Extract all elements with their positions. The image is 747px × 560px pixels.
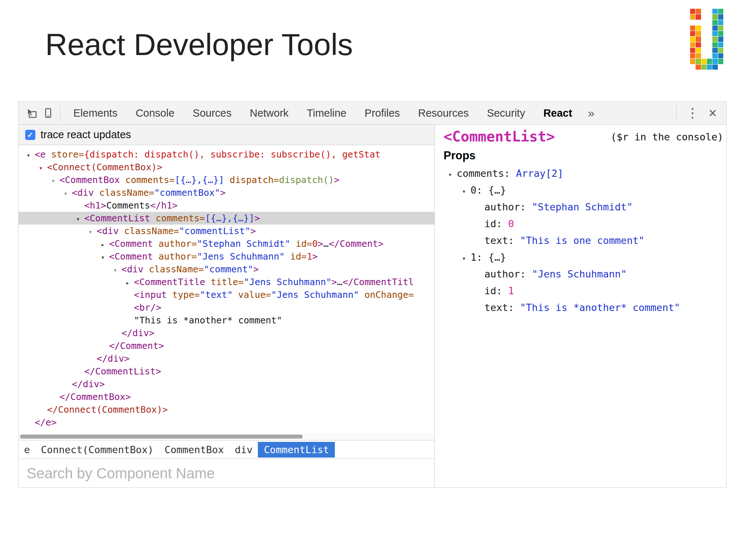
props-row[interactable]: author: "Stephan Schmidt" [435,199,726,215]
device-toolbar-icon[interactable] [40,105,57,121]
code-segment: … [337,277,342,287]
tree-row[interactable]: <input type="text" value="Jens Schuhmann… [19,288,434,301]
tab-elements[interactable]: Elements [64,102,127,124]
close-icon[interactable]: × [705,105,723,121]
tree-row[interactable]: "This is *another* comment" [19,314,434,327]
code-segment: text: [484,235,520,246]
disclosure-expanded-icon[interactable]: ▾ [97,251,109,264]
disclosure-expanded-icon[interactable]: ▾ [47,174,59,187]
tree-row[interactable]: <br/> [19,301,434,314]
tree-row[interactable]: </div> [19,327,434,339]
breadcrumb-item[interactable]: e [19,444,35,455]
code-segment: 1 [508,285,514,296]
code-segment: {dispatch: dispatch(), subscribe: subscr… [84,149,380,160]
code-segment: dispatch() [279,175,334,185]
tree-row[interactable]: </CommentBox> [19,390,434,403]
disclosure-expanded-icon[interactable]: ▾ [444,166,457,183]
code-segment: author= [153,251,197,262]
code-segment: className= [143,264,204,275]
props-row[interactable]: id: 0 [435,215,726,232]
code-segment: </div> [97,353,129,364]
code-segment: value= [233,289,271,300]
disclosure-expanded-icon[interactable]: ▾ [109,264,121,276]
props-row[interactable]: ▾0: {…} [435,182,726,199]
code-segment: "This is *another* comment" [520,302,680,313]
code-segment: [{…},{…}] [175,175,224,185]
tree-row[interactable]: ▾<div className="comment"> [19,263,434,276]
code-segment: className= [94,187,154,198]
code-segment: </div> [72,379,105,389]
tree-row[interactable]: <h1>Comments</h1> [19,199,434,212]
tab-timeline[interactable]: Timeline [298,102,356,124]
devtools-menu-icon[interactable]: ⋮ [680,105,705,121]
tree-row[interactable]: </Comment> [19,339,434,352]
props-row[interactable]: ▾comments: Array[2] [435,165,726,182]
code-segment: <br/> [134,302,161,313]
tab-console[interactable]: Console [127,102,183,124]
tree-row[interactable]: ▾<e store={dispatch: dispatch(), subscri… [19,148,434,161]
code-segment: "commentList" [179,226,251,236]
tab-react[interactable]: React [534,102,581,124]
trace-react-updates-checkbox[interactable]: ✓ [25,130,35,140]
tree-row[interactable]: </e> [19,416,434,429]
tab-resources[interactable]: Resources [409,102,478,124]
code-segment: title= [205,277,244,287]
code-segment: "comment" [204,264,253,275]
tab-network[interactable]: Network [241,102,298,124]
inspect-element-icon[interactable] [23,105,40,121]
code-segment: "Jens Schuhmann" [271,289,359,300]
props-row[interactable]: text: "This is *another* comment" [435,299,726,316]
disclosure-expanded-icon[interactable]: ▾ [59,187,72,200]
devtools-toolbar: ElementsConsoleSourcesNetworkTimelinePro… [19,102,726,125]
disclosure-expanded-icon[interactable]: ▾ [457,250,471,267]
overflow-tabs-chevron-icon[interactable]: » [581,106,601,120]
devtools-body: ✓ trace react updates ▾<e store={dispatc… [19,125,726,487]
tree-row[interactable]: ▾<div className="commentBox"> [19,186,434,199]
console-hint: ($r in the console) [611,128,726,143]
code-segment: > [250,226,256,236]
code-segment: > [318,238,323,249]
disclosure-collapsed-icon[interactable]: ▸ [97,238,109,251]
tree-row[interactable]: </CommentList> [19,365,434,378]
code-segment: id= [285,251,307,262]
toolbar-separator [60,106,61,120]
code-segment: > [332,277,337,287]
tab-profiles[interactable]: Profiles [356,102,409,124]
props-row[interactable]: id: 1 [435,283,726,299]
breadcrumb-item[interactable]: div [229,444,258,455]
disclosure-expanded-icon[interactable]: ▾ [84,225,97,238]
tree-row[interactable]: ▸<CommentTitle title="Jens Schuhmann">…<… [19,276,434,288]
props-row[interactable]: ▾1: {…} [435,249,726,266]
code-segment: <input [134,289,167,300]
props-row[interactable]: author: "Jens Schuhmann" [435,266,726,283]
tree-row[interactable]: ▾<Comment author="Jens Schuhmann" id=1> [19,250,434,263]
props-row[interactable]: text: "This is one comment" [435,232,726,249]
tree-row[interactable]: ▾<div className="commentList"> [19,225,434,237]
code-segment: id= [290,238,312,249]
disclosure-expanded-icon[interactable]: ▾ [22,149,35,162]
disclosure-expanded-icon[interactable]: ▾ [72,213,84,225]
disclosure-expanded-icon[interactable]: ▾ [457,183,471,200]
breadcrumb-item[interactable]: Connect(CommentBox) [35,444,159,455]
selected-component-tag: <CommentList> [435,128,555,145]
tree-row[interactable]: ▸<Comment author="Stephan Schmidt" id=0>… [19,237,434,250]
tree-row[interactable]: ▾<CommentBox comments=[{…},{…}] dispatch… [19,174,434,186]
props-section-title: Props [435,145,726,165]
tree-row[interactable]: ▾<Connect(CommentBox)> [19,161,434,174]
tree-row[interactable]: </div> [19,378,434,390]
code-segment: <Connect(CommentBox)> [47,162,162,172]
tab-security[interactable]: Security [478,102,534,124]
tree-row[interactable]: ▾<CommentList comments=[{…},{…}]> [19,212,434,225]
tab-sources[interactable]: Sources [183,102,240,124]
search-input[interactable] [19,465,434,482]
code-segment: <div [72,187,94,198]
disclosure-expanded-icon[interactable]: ▾ [35,162,47,174]
breadcrumb-item[interactable]: CommentBox [159,444,229,455]
tree-row[interactable]: </Connect(CommentBox)> [19,403,434,416]
code-segment: Comments [106,200,150,211]
breadcrumb-item[interactable]: CommentList [258,442,335,458]
horizontal-scrollbar-thumb[interactable] [20,435,303,439]
disclosure-collapsed-icon[interactable]: ▸ [121,276,134,289]
horizontal-scrollbar [19,433,434,440]
tree-row[interactable]: </div> [19,352,434,365]
